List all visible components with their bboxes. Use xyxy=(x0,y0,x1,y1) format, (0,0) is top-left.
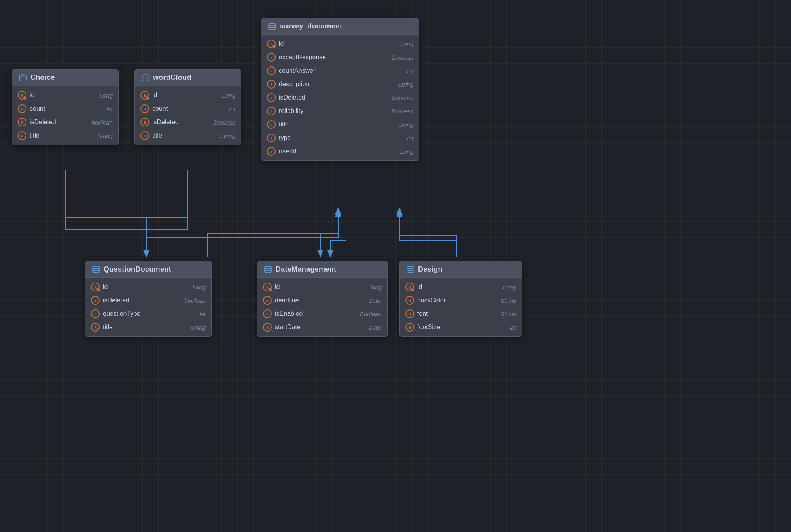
field-icon: a xyxy=(267,120,276,129)
field-icon: a xyxy=(18,131,26,140)
field-icon: a xyxy=(405,309,414,318)
field-row: a id Long xyxy=(261,37,419,51)
field-icon: a xyxy=(267,107,276,115)
field-icon: a xyxy=(140,118,149,126)
entity-date-header: DateManagement xyxy=(257,261,387,278)
field-row: a font String xyxy=(400,307,522,321)
field-row: a id Long xyxy=(135,89,241,102)
field-row: a id Long xyxy=(400,280,522,294)
field-icon: a xyxy=(263,296,272,305)
pk-icon: a xyxy=(263,283,272,291)
db-icon-design xyxy=(406,266,415,273)
diagram-canvas: + Choice a id Long a count int a isDelet… xyxy=(0,0,791,532)
entity-design-title: Design xyxy=(418,265,443,274)
db-icon-choice: + xyxy=(19,74,27,81)
field-icon: a xyxy=(267,134,276,142)
pk-icon: a xyxy=(91,283,100,291)
field-icon: a xyxy=(91,309,100,318)
field-icon: a xyxy=(91,296,100,305)
entity-choice: + Choice a id Long a count int a isDelet… xyxy=(12,69,119,145)
entity-question-header: QuestionDocument xyxy=(85,261,211,278)
entity-design: Design a id Long a backColor String a fo… xyxy=(399,261,522,337)
entity-choice-fields: a id Long a count int a isDeleted boolea… xyxy=(12,86,118,145)
entity-wordcloud-fields: a id Long a count int a isDeleted boolea… xyxy=(135,86,241,145)
field-icon: a xyxy=(18,104,26,113)
db-icon-question xyxy=(92,266,100,273)
entity-date-management: DateManagement a id long a deadline Date… xyxy=(257,261,388,337)
field-row: a type int xyxy=(261,131,419,145)
entity-question-fields: a id Long a isDeleted boolean a question… xyxy=(85,278,211,336)
field-row: a id long xyxy=(257,280,387,294)
svg-text:+: + xyxy=(22,75,23,77)
svg-point-10 xyxy=(407,266,414,269)
field-row: a fontSize int xyxy=(400,321,522,334)
field-row: a id Long xyxy=(12,89,118,102)
field-row: a reliability Boolean xyxy=(261,104,419,118)
pk-icon: a xyxy=(18,91,26,100)
db-icon-date xyxy=(264,266,272,273)
field-row: a countAnswer int xyxy=(261,64,419,77)
entity-date-title: DateManagement xyxy=(276,265,336,274)
entity-survey-document: survey_document a id Long a acceptRespon… xyxy=(261,18,419,161)
db-icon-survey xyxy=(268,23,276,30)
entity-question-document: QuestionDocument a id Long a isDeleted b… xyxy=(85,261,212,337)
field-icon: a xyxy=(263,323,272,332)
field-row: a deadline Date xyxy=(257,294,387,307)
field-row: a title String xyxy=(135,129,241,142)
svg-point-7 xyxy=(269,23,276,26)
field-row: a isDeleted boolean xyxy=(85,294,211,307)
entity-question-title: QuestionDocument xyxy=(104,265,171,274)
entity-survey-header: survey_document xyxy=(261,18,419,35)
svg-point-8 xyxy=(93,266,100,269)
pk-icon: a xyxy=(405,283,414,291)
field-row: a title String xyxy=(261,118,419,131)
field-icon: a xyxy=(405,296,414,305)
svg-point-6 xyxy=(142,75,149,77)
field-icon: a xyxy=(140,104,149,113)
field-row: a title String xyxy=(85,321,211,334)
entity-survey-fields: a id Long a acceptResponse boolean a cou… xyxy=(261,35,419,160)
field-icon: a xyxy=(267,66,276,75)
field-row: a title String xyxy=(12,129,118,142)
field-icon: a xyxy=(18,118,26,126)
field-row: a description String xyxy=(261,77,419,91)
pk-icon: a xyxy=(140,91,149,100)
field-row: a count int xyxy=(135,102,241,115)
field-row: a isDeleted boolean xyxy=(12,115,118,129)
db-icon-wordcloud xyxy=(141,74,150,81)
entity-survey-title: survey_document xyxy=(280,22,343,30)
field-row: a acceptResponse boolean xyxy=(261,51,419,64)
field-row: a id Long xyxy=(85,280,211,294)
field-row: a isEnabled Boolean xyxy=(257,307,387,321)
entity-wordcloud-header: wordCloud xyxy=(135,70,241,86)
field-icon: a xyxy=(267,147,276,156)
entity-wordcloud: wordCloud a id Long a count int a isDele… xyxy=(134,69,241,145)
field-row: a startDate Date xyxy=(257,321,387,334)
field-icon: a xyxy=(267,53,276,62)
field-icon: a xyxy=(267,93,276,102)
field-row: a isDeleted boolean xyxy=(261,91,419,104)
entity-design-fields: a id Long a backColor String a font Stri… xyxy=(400,278,522,336)
entity-design-header: Design xyxy=(400,261,522,278)
entity-wordcloud-title: wordCloud xyxy=(153,74,191,82)
field-row: a backColor String xyxy=(400,294,522,307)
svg-point-9 xyxy=(265,266,272,269)
field-row: a count int xyxy=(12,102,118,115)
field-row: a isDeleted boolean xyxy=(135,115,241,129)
entity-choice-title: Choice xyxy=(30,74,55,82)
entity-choice-header: + Choice xyxy=(12,70,118,86)
field-icon: a xyxy=(91,323,100,332)
field-row: a questionType int xyxy=(85,307,211,321)
field-icon: a xyxy=(263,309,272,318)
entity-date-fields: a id long a deadline Date a isEnabled Bo… xyxy=(257,278,387,336)
field-icon: a xyxy=(140,131,149,140)
pk-icon: a xyxy=(267,40,276,48)
field-row: a userId Long xyxy=(261,145,419,158)
field-icon: a xyxy=(405,323,414,332)
field-icon: a xyxy=(267,80,276,89)
